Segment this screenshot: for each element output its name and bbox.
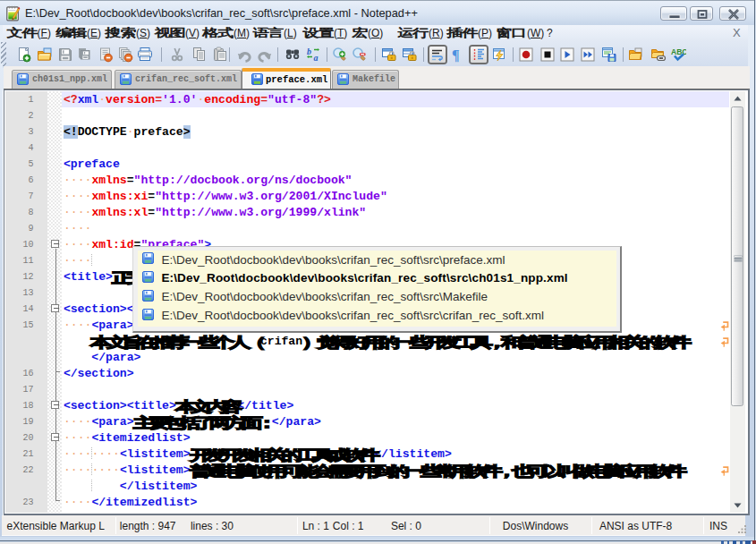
svg-text:a: a: [314, 53, 319, 63]
svg-text:b: b: [307, 47, 311, 56]
svg-text:¶: ¶: [452, 47, 460, 63]
